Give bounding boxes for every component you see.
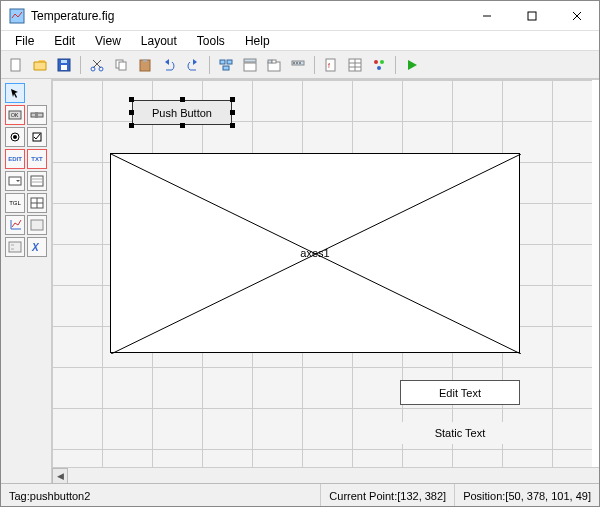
svg-rect-41: [35, 112, 38, 118]
svg-rect-2: [528, 12, 536, 20]
property-inspector-icon[interactable]: [344, 54, 366, 76]
statictext-label: Static Text: [435, 427, 486, 439]
svg-rect-7: [61, 65, 67, 70]
statictext-tool[interactable]: TXT: [27, 149, 47, 169]
buttongroup-tool[interactable]: [5, 237, 25, 257]
svg-text:f: f: [328, 62, 330, 69]
menu-bar: File Edit View Layout Tools Help: [1, 31, 599, 51]
pushbutton-tool[interactable]: OK: [5, 105, 25, 125]
toolbar-separator: [80, 56, 81, 74]
window-title: Temperature.fig: [31, 9, 464, 23]
menu-help[interactable]: Help: [235, 32, 280, 50]
svg-rect-27: [296, 62, 298, 64]
menu-view[interactable]: View: [85, 32, 131, 50]
svg-rect-19: [223, 66, 229, 70]
panel-tool[interactable]: [27, 215, 47, 235]
status-current-point: Current Point: [132, 382]: [321, 484, 455, 507]
menu-edit[interactable]: Edit: [44, 32, 85, 50]
cut-icon[interactable]: [86, 54, 108, 76]
togglebutton-tool[interactable]: TGL: [5, 193, 25, 213]
toolbar-editor-icon[interactable]: [287, 54, 309, 76]
svg-point-37: [377, 66, 381, 70]
svg-rect-14: [119, 62, 126, 70]
save-icon[interactable]: [53, 54, 75, 76]
app-icon: [9, 8, 25, 24]
svg-rect-24: [272, 60, 276, 63]
menu-tools[interactable]: Tools: [187, 32, 235, 50]
svg-text:OK: OK: [11, 112, 19, 118]
edittext-label: Edit Text: [439, 387, 481, 399]
edittext-tool[interactable]: EDIT: [5, 149, 25, 169]
statictext-component[interactable]: Static Text: [400, 422, 520, 444]
mfile-editor-icon[interactable]: f: [320, 54, 342, 76]
status-tag: Tag: pushbutton2: [1, 484, 321, 507]
new-icon[interactable]: [5, 54, 27, 76]
svg-rect-5: [11, 59, 20, 71]
open-icon[interactable]: [29, 54, 51, 76]
toolbar-separator: [395, 56, 396, 74]
tab-editor-icon[interactable]: [263, 54, 285, 76]
horizontal-scrollbar[interactable]: ◀ ▶: [52, 467, 599, 483]
svg-point-43: [13, 135, 17, 139]
run-icon[interactable]: [401, 54, 423, 76]
svg-rect-20: [244, 59, 256, 62]
svg-rect-23: [268, 60, 272, 63]
slider-tool[interactable]: [27, 105, 47, 125]
tool-palette: OK EDIT TXT TGL X: [1, 79, 51, 483]
axes-tool[interactable]: [5, 215, 25, 235]
svg-rect-56: [11, 244, 14, 246]
status-bar: Tag: pushbutton2 Current Point: [132, 38…: [1, 483, 599, 507]
svg-rect-28: [299, 62, 301, 64]
radio-tool[interactable]: [5, 127, 25, 147]
svg-rect-18: [227, 60, 232, 64]
main-area: OK EDIT TXT TGL X: [1, 79, 599, 483]
toolbar: f: [1, 51, 599, 79]
checkbox-tool[interactable]: [27, 127, 47, 147]
menu-file[interactable]: File: [5, 32, 44, 50]
svg-rect-46: [31, 176, 43, 186]
svg-rect-55: [9, 242, 21, 252]
paste-icon[interactable]: [134, 54, 156, 76]
pushbutton-component[interactable]: Push Button: [132, 100, 232, 125]
maximize-button[interactable]: [509, 1, 554, 31]
svg-rect-57: [11, 248, 14, 250]
pushbutton-label: Push Button: [152, 107, 212, 119]
close-button[interactable]: [554, 1, 599, 31]
svg-point-36: [380, 60, 384, 64]
select-tool[interactable]: [5, 83, 25, 103]
svg-rect-16: [143, 59, 147, 62]
edittext-component[interactable]: Edit Text: [400, 380, 520, 405]
title-bar: Temperature.fig: [1, 1, 599, 31]
listbox-tool[interactable]: [27, 171, 47, 191]
redo-icon[interactable]: [182, 54, 204, 76]
svg-text:X: X: [31, 242, 40, 253]
align-objects-icon[interactable]: [215, 54, 237, 76]
scroll-left-icon[interactable]: ◀: [52, 468, 68, 483]
table-tool[interactable]: [27, 193, 47, 213]
svg-rect-17: [220, 60, 225, 64]
svg-point-35: [374, 60, 378, 64]
svg-rect-54: [31, 220, 43, 230]
svg-rect-26: [293, 62, 295, 64]
copy-icon[interactable]: [110, 54, 132, 76]
activex-tool[interactable]: X: [27, 237, 47, 257]
status-position: Position: [50, 378, 101, 49]: [455, 484, 599, 507]
svg-rect-45: [9, 177, 21, 185]
popupmenu-tool[interactable]: [5, 171, 25, 191]
object-browser-icon[interactable]: [368, 54, 390, 76]
menu-layout[interactable]: Layout: [131, 32, 187, 50]
axes-label: axes1: [300, 247, 329, 259]
minimize-button[interactable]: [464, 1, 509, 31]
undo-icon[interactable]: [158, 54, 180, 76]
svg-rect-21: [244, 63, 256, 71]
menu-editor-icon[interactable]: [239, 54, 261, 76]
toolbar-separator: [314, 56, 315, 74]
svg-rect-8: [61, 60, 67, 63]
axes-component[interactable]: axes1: [110, 153, 520, 353]
design-canvas[interactable]: Push Button axes1 Edit Text Static Text: [52, 80, 592, 470]
canvas-wrap: Push Button axes1 Edit Text Static Text …: [51, 79, 599, 483]
toolbar-separator: [209, 56, 210, 74]
